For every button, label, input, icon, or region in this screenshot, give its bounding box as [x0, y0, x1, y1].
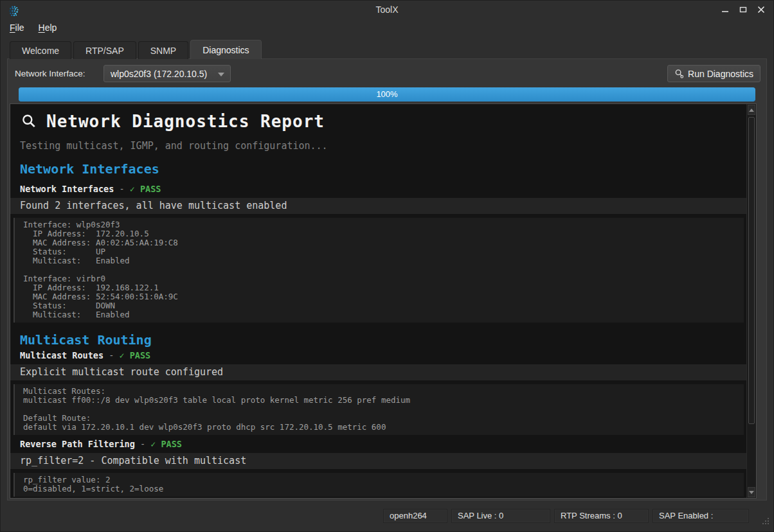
status-item-rtp-streams-0: RTP Streams : 0: [554, 509, 649, 523]
network-interface-label: Network Interface:: [15, 69, 86, 78]
test-name: Network Interfaces: [20, 184, 114, 194]
test-status-pass: ✓ PASS: [150, 439, 182, 449]
progress-percent-label: 100%: [19, 89, 755, 99]
report-title: Network Diagnostics Report: [46, 112, 325, 131]
run-diagnostics-button[interactable]: Run Diagnostics: [667, 65, 760, 82]
test-message: Found 2 interfaces, all have multicast e…: [10, 198, 746, 214]
network-interface-select[interactable]: wlp0s20f3 (172.20.10.5): [104, 65, 231, 82]
test-status-pass: ✓ PASS: [130, 184, 161, 194]
report-scrollbar: [746, 104, 756, 498]
resize-grip[interactable]: [761, 517, 770, 525]
network-interface-value: wlp0s20f3 (172.20.10.5): [111, 69, 207, 79]
menu-help[interactable]: Help: [39, 22, 57, 33]
test-status-pass: ✓ PASS: [119, 350, 150, 360]
report-title-row: Network Diagnostics Report: [21, 112, 746, 131]
test-separator: -: [104, 350, 119, 360]
section-heading-multicast-routing: Multicast Routing: [20, 332, 746, 348]
report-content: Network InterfacesNetwork Interfaces - ✓…: [10, 161, 746, 498]
status-item-openh264: openh264: [383, 509, 447, 523]
progress-bar: 100%: [19, 87, 755, 102]
magnifier-icon: [21, 113, 37, 130]
close-button[interactable]: [757, 5, 766, 14]
status-bar-items: openh264SAP Live : 0RTP Streams : 0SAP E…: [1, 509, 749, 523]
test-details: Interface: wlp0s20f3 IP Address: 172.20.…: [14, 218, 744, 323]
report-viewport[interactable]: Network Diagnostics Report Testing multi…: [10, 104, 746, 498]
test-result-line: Multicast Routes - ✓ PASS: [20, 350, 746, 360]
arrow-up-icon: [749, 109, 754, 112]
test-details: rp_filter value: 2 0=disabled, 1=strict,…: [14, 473, 744, 497]
test-separator: -: [114, 184, 129, 194]
section-heading-network-interfaces: Network Interfaces: [20, 161, 746, 177]
diagnostics-toolbar: Network Interface: wlp0s20f3 (172.20.10.…: [15, 65, 760, 83]
report-subtitle: Testing multicast, IGMP, and routing con…: [20, 140, 746, 152]
window-controls: [721, 5, 766, 14]
test-result-line: Network Interfaces - ✓ PASS: [20, 184, 746, 194]
menu-bar: FileHelp: [1, 19, 773, 37]
test-name: Reverse Path Filtering: [20, 439, 135, 449]
tab-bar: WelcomeRTP/SAPSNMPDiagnostics: [10, 40, 264, 59]
scroll-down-button[interactable]: [748, 487, 755, 497]
test-separator: -: [135, 439, 150, 449]
status-item-sap-live-0: SAP Live : 0: [451, 509, 550, 523]
status-item-sap-enabled: SAP Enabled :: [652, 509, 749, 523]
scrollbar-thumb[interactable]: [748, 117, 755, 424]
test-name: Multicast Routes: [20, 350, 104, 360]
diagnostics-report: Network Diagnostics Report Testing multi…: [10, 103, 757, 499]
test-message: rp_filter=2 - Compatible with multicast: [10, 453, 746, 469]
tab-diagnostics[interactable]: Diagnostics: [190, 40, 261, 59]
search-icon: [674, 69, 684, 78]
tab-welcome[interactable]: Welcome: [10, 41, 71, 59]
test-details: Multicast Routes: multicast ff00::/8 dev…: [14, 384, 744, 435]
tab-rtp-sap[interactable]: RTP/SAP: [73, 41, 136, 59]
arrow-down-icon: [749, 491, 754, 494]
test-result-line: Reverse Path Filtering - ✓ PASS: [20, 439, 746, 449]
title-bar: ToolX: [1, 1, 773, 19]
app-window: { "window": { "title": "ToolX" }, "menu"…: [0, 0, 774, 532]
maximize-button[interactable]: [739, 5, 748, 14]
diagnostics-page: Network Interface: wlp0s20f3 (172.20.10.…: [7, 58, 767, 501]
menu-file[interactable]: File: [10, 22, 24, 33]
minimize-button[interactable]: [721, 5, 730, 14]
window-title: ToolX: [1, 4, 773, 15]
scroll-up-button[interactable]: [748, 105, 755, 115]
run-diagnostics-label: Run Diagnostics: [688, 69, 753, 79]
chevron-down-icon: [218, 73, 224, 76]
tab-snmp[interactable]: SNMP: [138, 41, 188, 59]
test-message: Explicit multicast route configured: [10, 364, 746, 380]
